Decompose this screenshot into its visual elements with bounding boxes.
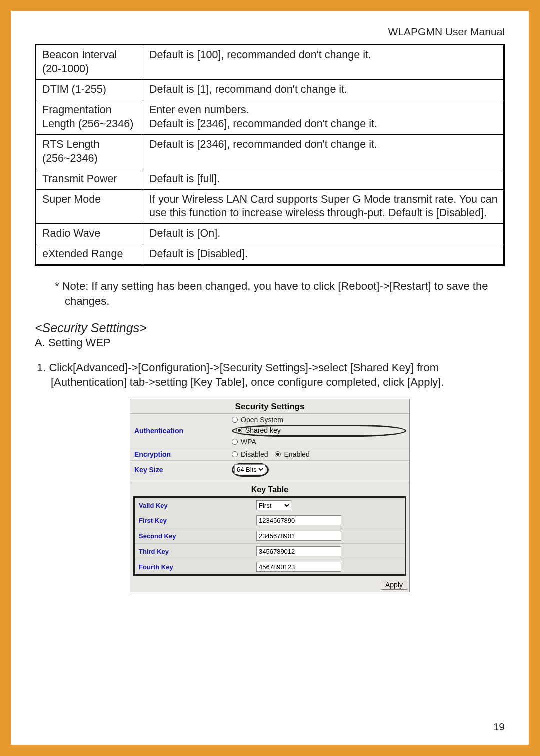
param-description: Default is [On]. — [144, 224, 504, 244]
page-number: 19 — [494, 721, 505, 733]
table-row: Super ModeIf your Wireless LAN Card supp… — [36, 190, 504, 224]
radio-icon — [232, 417, 238, 423]
apply-button[interactable]: Apply — [381, 580, 408, 590]
key-label: Second Key — [135, 528, 252, 544]
key-size-select[interactable]: 64 Bits — [234, 464, 266, 474]
param-label: RTS Length (256~2346) — [36, 134, 144, 169]
auth-option-shared[interactable]: Shared key — [232, 425, 406, 437]
encryption-enabled[interactable]: Enabled — [275, 450, 310, 458]
valid-key-select[interactable]: First — [256, 500, 292, 510]
param-label: Radio Wave — [36, 224, 144, 244]
radio-icon — [232, 452, 238, 458]
table-row: Transmit PowerDefault is [full]. — [36, 169, 504, 190]
param-label: eXtended Range — [36, 244, 144, 266]
param-description: Default is [100], recommanded don't chan… — [144, 45, 504, 80]
param-description: Default is [1], recommand don't change i… — [144, 80, 504, 100]
param-label: Beacon Interval (20-1000) — [36, 45, 144, 80]
auth-option-wpa[interactable]: WPA — [232, 438, 406, 446]
param-description: If your Wireless LAN Card supports Super… — [144, 190, 504, 224]
valid-key-label: Valid Key — [135, 498, 252, 513]
table-row: Radio WaveDefault is [On]. — [36, 224, 504, 244]
auth-wpa-label: WPA — [241, 438, 256, 446]
table-row: Beacon Interval (20-1000)Default is [100… — [36, 45, 504, 80]
radio-icon — [236, 428, 242, 434]
auth-option-open[interactable]: Open System — [232, 416, 406, 424]
auth-shared-label: Shared key — [246, 426, 281, 434]
table-row: RTS Length (256~2346)Default is [2346], … — [36, 134, 504, 169]
key-row: Third Key — [135, 544, 405, 560]
enc-enabled-label: Enabled — [284, 450, 310, 458]
key-table-frame: Valid Key First First KeySecond KeyThird… — [134, 496, 406, 576]
auth-open-label: Open System — [241, 416, 284, 424]
encryption-label: Encryption — [130, 448, 228, 461]
radio-icon — [232, 439, 238, 445]
section-heading: <Security Setttings> — [35, 321, 505, 336]
step-1: 1. Click[Advanced]->[Configuration]->[Se… — [35, 360, 505, 390]
param-description: Default is [2346], recommanded don't cha… — [144, 134, 504, 169]
key-row: Fourth Key — [135, 560, 405, 575]
param-description: Enter even numbers. Default is [2346], r… — [144, 100, 504, 134]
param-label: Super Mode — [36, 190, 144, 224]
parameters-table: Beacon Interval (20-1000)Default is [100… — [35, 44, 505, 266]
authentication-label: Authentication — [130, 414, 228, 448]
manual-title: WLAPGMN User Manual — [35, 26, 505, 38]
manual-page: WLAPGMN User Manual Beacon Interval (20-… — [11, 11, 529, 745]
table-row: eXtended RangeDefault is [Disabled]. — [36, 244, 504, 266]
note-text: * Note: If any setting has been changed,… — [45, 279, 505, 308]
security-settings-panel: Security Settings Authentication Open Sy… — [130, 399, 410, 592]
radio-icon — [275, 452, 281, 458]
key-label: Fourth Key — [135, 560, 252, 575]
panel-title: Security Settings — [130, 400, 410, 414]
key-input[interactable] — [256, 546, 342, 556]
table-row: Fragmentation Length (256~2346)Enter eve… — [36, 100, 504, 134]
key-row: First Key — [135, 513, 405, 528]
key-input[interactable] — [256, 562, 342, 572]
key-input[interactable] — [256, 531, 342, 541]
param-description: Default is [Disabled]. — [144, 244, 504, 266]
key-input[interactable] — [256, 516, 342, 526]
enc-disabled-label: Disabled — [241, 450, 268, 458]
table-row: DTIM (1-255)Default is [1], recommand do… — [36, 80, 504, 100]
subsection-heading: A. Setting WEP — [35, 336, 505, 350]
param-label: DTIM (1-255) — [36, 80, 144, 100]
key-label: Third Key — [135, 544, 252, 560]
param-label: Transmit Power — [36, 169, 144, 190]
key-table-title: Key Table — [130, 484, 410, 496]
key-label: First Key — [135, 513, 252, 528]
param-label: Fragmentation Length (256~2346) — [36, 100, 144, 134]
encryption-disabled[interactable]: Disabled — [232, 450, 268, 458]
key-size-label: Key Size — [130, 461, 228, 480]
param-description: Default is [full]. — [144, 169, 504, 190]
key-row: Second Key — [135, 528, 405, 544]
